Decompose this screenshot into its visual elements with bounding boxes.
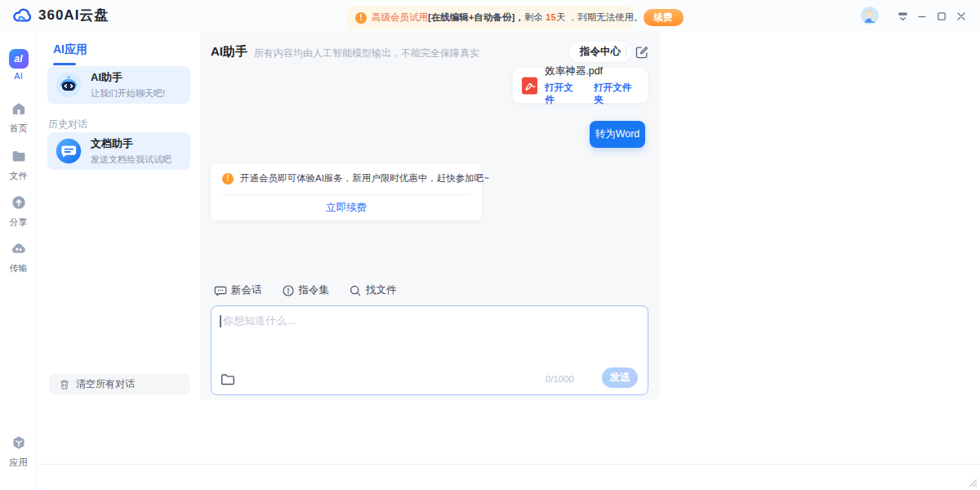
- minimize-button[interactable]: [915, 10, 929, 23]
- open-file-link[interactable]: 打开文件: [545, 82, 581, 106]
- ai-assistant-subtitle: 让我们开始聊天吧!: [91, 87, 165, 100]
- tray-icon: [897, 11, 909, 23]
- rail-label-share: 分享: [0, 216, 37, 229]
- promo-text: 开通会员即可体验AI服务，新用户限时优惠中，赶快参加吧~: [240, 172, 489, 185]
- rail-label-apps: 应用: [0, 457, 37, 469]
- robot-icon: [56, 72, 82, 98]
- maximize-icon: [936, 11, 947, 22]
- header-divider: [626, 45, 626, 58]
- cloud-logo-icon: [11, 7, 33, 24]
- ai-assistant-card[interactable]: AI助手 让我们开始聊天吧!: [47, 66, 190, 104]
- share-icon: [11, 194, 27, 211]
- trial-notice-bar: ! 高级会员试用[在线编辑+自动备份]，剩余 15天 ，到期无法使用。 续费: [347, 6, 633, 29]
- rail-item-ai[interactable]: al AI: [0, 49, 37, 81]
- renew-now-link[interactable]: 立即续费: [211, 201, 482, 215]
- minimize-icon: [916, 11, 928, 22]
- close-button[interactable]: [954, 10, 969, 23]
- new-session-bubble-icon: [214, 284, 227, 297]
- chat-panel: AI助手 所有内容均由人工智能模型输出，不能完全保障真实 指令中心 效率神器.p…: [200, 31, 660, 400]
- app-window: 360AI云盘 ! 高级会员试用[在线编辑+自动备份]，剩余 15天 ，到期无法…: [0, 0, 980, 490]
- compose-icon: [635, 45, 649, 60]
- left-rail: al AI 首页 文件 分享: [0, 31, 37, 490]
- ai-assistant-title: AI助手: [91, 70, 165, 85]
- rail-item-home[interactable]: 首页: [0, 100, 37, 135]
- warning-icon: !: [355, 12, 367, 24]
- char-counter: 0/1000: [546, 374, 574, 384]
- rail-item-share[interactable]: 分享: [0, 194, 37, 229]
- trial-notice-text: 高级会员试用[在线编辑+自动备份]，剩余 15天 ，到期无法使用。: [372, 11, 644, 24]
- ai-sidebar: AI应用 AI助手 让我们开始聊天吧! 历史对话: [37, 31, 200, 490]
- ai-disclaimer: 所有内容均由人工智能模型输出，不能完全保障真实: [254, 47, 479, 60]
- membership-promo-card: ! 开通会员即可体验AI服务，新用户限时优惠中，赶快参加吧~ 立即续费: [211, 163, 482, 220]
- rail-label-transfer: 传输: [0, 262, 37, 274]
- chat-toolbar: 新会话 指令集 找文件: [214, 283, 397, 297]
- pdf-file-icon: [522, 77, 537, 95]
- title-bar: 360AI云盘 ! 高级会员试用[在线编辑+自动备份]，剩余 15天 ，到期无法…: [0, 0, 980, 31]
- attach-file-button[interactable]: [220, 372, 236, 388]
- apps-hexagon-icon: [11, 434, 27, 451]
- new-session-label: 新会话: [231, 283, 262, 297]
- doc-assistant-subtitle: 发送文档给我试试吧: [91, 154, 172, 166]
- promo-divider: [222, 194, 470, 195]
- trash-icon: [59, 379, 70, 390]
- promo-warning-icon: !: [222, 173, 234, 185]
- new-session-button[interactable]: 新会话: [214, 283, 262, 297]
- chat-bubble-icon: [56, 138, 82, 164]
- app-title: 360AI云盘: [38, 6, 109, 24]
- rail-item-apps[interactable]: 应用: [0, 434, 37, 469]
- history-section-label: 历史对话: [48, 118, 87, 131]
- tab-underline: [53, 63, 76, 65]
- clear-all-chats-button[interactable]: 清空所有对话: [49, 374, 190, 394]
- rail-label-files: 文件: [0, 170, 37, 182]
- command-set-button[interactable]: 指令集: [282, 283, 330, 297]
- open-folder-link[interactable]: 打开文件夹: [594, 82, 639, 106]
- clear-all-chats-label: 清空所有对话: [76, 377, 135, 391]
- close-icon: [956, 11, 967, 22]
- text-caret: [220, 315, 221, 327]
- tab-ai-apps[interactable]: AI应用: [53, 42, 87, 57]
- maximize-button[interactable]: [934, 10, 949, 23]
- command-center-button[interactable]: 指令中心: [569, 42, 631, 62]
- send-button[interactable]: 发送: [602, 368, 638, 388]
- command-set-icon: [282, 284, 295, 297]
- minimize-to-tray-button[interactable]: [895, 10, 910, 23]
- panel-title: AI助手: [211, 44, 247, 60]
- command-set-label: 指令集: [299, 283, 330, 297]
- find-file-button[interactable]: 找文件: [349, 283, 397, 297]
- new-chat-compose-button[interactable]: [633, 43, 650, 60]
- message-input-container: 0/1000 发送: [211, 305, 648, 395]
- window-resize-grip[interactable]: [966, 476, 978, 490]
- app-logo: 360AI云盘: [11, 6, 109, 24]
- rail-item-files[interactable]: 文件: [0, 148, 37, 182]
- doc-assistant-card[interactable]: 文档助手 发送文档给我试试吧: [47, 132, 190, 170]
- folder-icon: [11, 148, 27, 164]
- file-name: 效率神器.pdf: [545, 65, 639, 78]
- message-input[interactable]: [223, 314, 635, 364]
- attach-folder-icon: [220, 372, 235, 387]
- convert-to-word-button[interactable]: 转为Word: [590, 121, 645, 148]
- renew-button[interactable]: 续费: [644, 9, 684, 26]
- find-file-label: 找文件: [366, 283, 397, 297]
- search-icon: [349, 284, 362, 297]
- rail-item-transfer[interactable]: 传输: [0, 240, 37, 274]
- transfer-cloud-icon: [11, 240, 27, 256]
- rail-label-ai: AI: [0, 71, 37, 81]
- ai-app-icon: al: [9, 49, 29, 69]
- file-message-card[interactable]: 效率神器.pdf 打开文件 打开文件夹: [513, 68, 648, 103]
- footer-divider: [37, 464, 980, 465]
- user-avatar[interactable]: [861, 7, 879, 24]
- doc-assistant-title: 文档助手: [91, 136, 172, 151]
- rail-label-home: 首页: [0, 122, 37, 135]
- home-icon: [11, 100, 27, 117]
